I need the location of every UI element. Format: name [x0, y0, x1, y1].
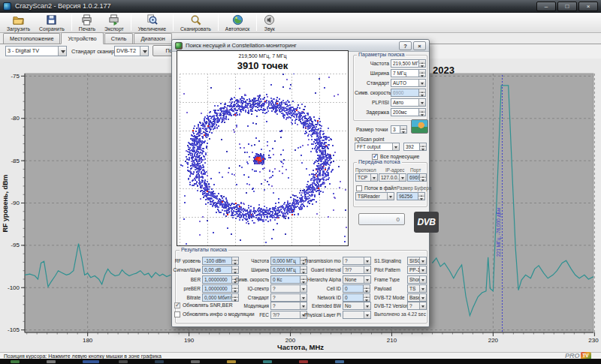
- spinner-down-icon[interactable]: [419, 64, 425, 67]
- chevron-down-icon[interactable]: [370, 174, 377, 181]
- chevron-down-icon[interactable]: [364, 257, 370, 264]
- result-dvbt2_mode-select[interactable]: Base: [407, 293, 427, 302]
- stream-file-checkbox[interactable]: [356, 185, 362, 191]
- param-frequency-input-spinner[interactable]: [419, 59, 426, 68]
- taskbar-icon[interactable]: [335, 360, 344, 363]
- result-hierarchy_alpha-select[interactable]: None: [343, 275, 371, 284]
- iqscan-count-input[interactable]: 392: [403, 143, 420, 151]
- iqscan-select[interactable]: FFT output: [355, 143, 400, 151]
- spinner-down-icon[interactable]: [400, 130, 406, 133]
- toolbar-button-save[interactable]: Сохранить: [35, 14, 69, 32]
- taskbar-icon[interactable]: [191, 360, 200, 363]
- chevron-down-icon[interactable]: [392, 143, 399, 150]
- param-frequency-input[interactable]: 219,500 МГц: [391, 59, 419, 68]
- param-standard-select[interactable]: AUTO: [391, 79, 426, 87]
- chevron-down-icon[interactable]: [419, 302, 426, 309]
- tab-device[interactable]: Устройство: [61, 32, 103, 44]
- result-frame_type-select[interactable]: Short: [407, 275, 427, 284]
- taskbar-icon[interactable]: [119, 360, 128, 363]
- toolbar-button-load[interactable]: Загрузить: [2, 14, 35, 32]
- taskbar-icon[interactable]: [263, 360, 272, 363]
- chevron-down-icon[interactable]: [364, 276, 370, 283]
- result-extended_bw-select[interactable]: No: [343, 302, 371, 310]
- result-preber-input[interactable]: 1,0000000: [202, 284, 232, 293]
- result-bitrate-input[interactable]: 0,000 Мбит/с: [202, 293, 232, 302]
- result-pilot_pattern-select[interactable]: PP-1: [407, 266, 427, 274]
- toolbar-button-autosearch[interactable]: Автопоиск: [221, 14, 254, 32]
- taskbar-icon[interactable]: [155, 360, 164, 363]
- spinner-down-icon[interactable]: [420, 178, 426, 181]
- result-fec-select[interactable]: ?/?: [270, 311, 307, 319]
- param-delay-input-spinner[interactable]: [419, 108, 426, 116]
- taskbar-icon[interactable]: [47, 360, 56, 363]
- taskbar-icon[interactable]: [227, 360, 236, 363]
- ip-select[interactable]: 127.0.0.1: [379, 173, 406, 182]
- chevron-down-icon[interactable]: [418, 99, 425, 106]
- spinner-down-icon[interactable]: [420, 147, 426, 150]
- maximize-button[interactable]: □: [557, 2, 577, 11]
- result-iq_spectrum-select[interactable]: ?: [270, 284, 307, 293]
- toolbar-button-sound[interactable]: Звук: [259, 14, 279, 32]
- taskbar-icon[interactable]: [299, 360, 308, 363]
- update-snr-checkbox[interactable]: ✓: [174, 302, 180, 308]
- param-delay-input[interactable]: 200мс: [391, 108, 419, 116]
- result-frequency-input[interactable]: 0,000 МГц: [270, 257, 300, 265]
- toolbar-button-export[interactable]: Экспорт: [100, 14, 128, 32]
- buffer-input[interactable]: 96256: [397, 192, 418, 200]
- subcarriers-checkbox[interactable]: ✓: [372, 154, 378, 160]
- result-transmission_mode-select[interactable]: ?: [343, 257, 371, 265]
- chevron-down-icon[interactable]: [419, 276, 426, 283]
- result-symbol_rate-input[interactable]: 0 Кс: [270, 275, 300, 284]
- chevron-down-icon[interactable]: [387, 193, 394, 200]
- chevron-down-icon[interactable]: [419, 266, 426, 273]
- minimize-button[interactable]: –: [536, 2, 556, 11]
- iqscan-count-input-spinner[interactable]: [420, 143, 427, 151]
- result-plp_pipes-select[interactable]: [343, 311, 371, 319]
- param-width-input[interactable]: 7 МГц: [391, 69, 419, 77]
- chevron-down-icon[interactable]: [364, 266, 370, 273]
- chevron-down-icon[interactable]: [140, 47, 148, 56]
- chevron-down-icon[interactable]: [419, 257, 426, 264]
- port-input[interactable]: 6969: [407, 173, 420, 182]
- point-size-input[interactable]: 3: [391, 125, 400, 134]
- reader-select[interactable]: TSReader: [355, 192, 394, 200]
- buffer-input-spinner[interactable]: [418, 192, 425, 200]
- tab-location[interactable]: Местоположение: [3, 33, 60, 44]
- param-plp_isi-select[interactable]: Авто: [391, 98, 426, 107]
- dialog-close-button[interactable]: ×: [413, 41, 426, 50]
- toolbar-button-print[interactable]: Печать: [74, 14, 100, 32]
- result-width-input[interactable]: 0,000 МГц: [270, 266, 300, 274]
- standard-select[interactable]: DVB-T2: [114, 46, 149, 56]
- chevron-down-icon[interactable]: [399, 174, 406, 181]
- taskbar-icon[interactable]: [11, 360, 20, 363]
- tab-range[interactable]: Диапазон: [134, 33, 171, 44]
- chevron-down-icon[interactable]: [419, 285, 426, 292]
- param-width-input-spinner[interactable]: [419, 69, 426, 77]
- toolbar-button-zoom[interactable]: Увеличение: [134, 14, 171, 32]
- result-network_id-input-spinner[interactable]: [364, 293, 370, 302]
- param-symbol_rate-input-spinner[interactable]: [419, 89, 426, 97]
- result-ber-input[interactable]: 1,0000000: [202, 275, 232, 284]
- taskbar[interactable]: [0, 359, 601, 364]
- chevron-down-icon[interactable]: [364, 311, 370, 318]
- result-dvbt2_version-select[interactable]: ?: [407, 302, 427, 310]
- result-rf_level-input[interactable]: -100 dBm: [202, 257, 232, 265]
- chevron-down-icon[interactable]: [418, 80, 425, 86]
- spinner-down-icon[interactable]: [364, 289, 370, 292]
- result-cell_id-input-spinner[interactable]: [364, 284, 370, 293]
- result-guard_interval-select[interactable]: ?/?: [343, 266, 371, 274]
- protocol-select[interactable]: TCP: [355, 173, 378, 182]
- result-cell_id-input[interactable]: 0: [343, 284, 364, 293]
- param-symbol_rate-input[interactable]: 6900: [391, 89, 419, 97]
- result-snr-input[interactable]: 0,00 dB: [202, 266, 232, 274]
- dialog-help-button[interactable]: ?: [399, 41, 412, 50]
- spinner-down-icon[interactable]: [364, 298, 370, 301]
- chevron-down-icon[interactable]: [58, 47, 66, 56]
- result-modulation-select[interactable]: ?: [270, 302, 307, 310]
- chevron-down-icon[interactable]: [419, 294, 426, 301]
- spinner-down-icon[interactable]: [419, 113, 425, 116]
- toolbar-button-scan[interactable]: Сканировать: [176, 14, 216, 32]
- update-modulation-checkbox[interactable]: [174, 311, 180, 317]
- close-button[interactable]: ×: [578, 2, 598, 11]
- spinner-down-icon[interactable]: [419, 74, 425, 77]
